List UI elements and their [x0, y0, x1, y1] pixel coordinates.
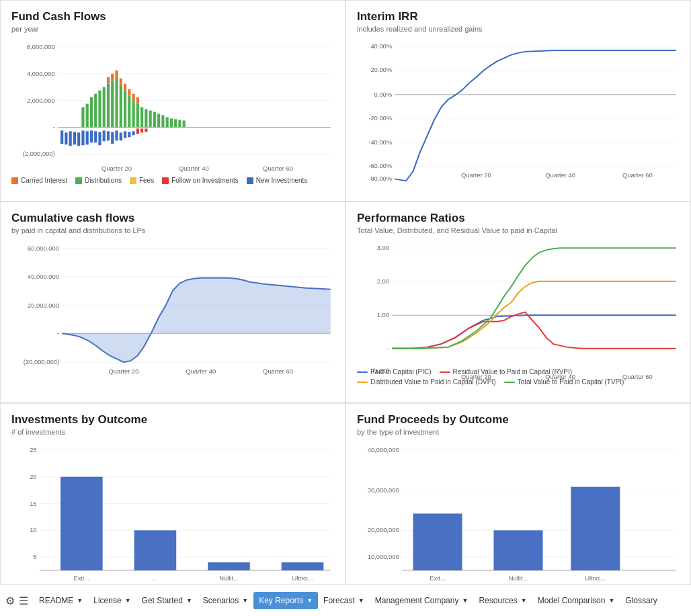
svg-rect-54 [174, 119, 177, 127]
svg-rect-47 [145, 109, 147, 128]
svg-text:(20,000,000): (20,000,000) [24, 359, 59, 365]
svg-text:-20.00%: -20.00% [368, 115, 392, 122]
svg-text:Quarter 40: Quarter 40 [186, 368, 216, 375]
legend-new-investments: New Investments [247, 177, 308, 184]
svg-text:20,000,000: 20,000,000 [368, 527, 399, 534]
cumulative-cash-flows-title: Cumulative cash flows [11, 212, 334, 225]
svg-rect-26 [111, 132, 114, 144]
svg-rect-140 [571, 487, 620, 570]
fund-proceeds-title: Fund Proceeds by Outcome [357, 413, 680, 427]
svg-rect-56 [183, 120, 186, 127]
investments-by-outcome-subtitle: # of investments [11, 428, 334, 436]
svg-rect-44 [132, 101, 134, 128]
svg-rect-60 [120, 79, 122, 85]
svg-rect-22 [94, 131, 97, 142]
svg-rect-27 [115, 130, 118, 140]
fund-proceeds-by-outcome-panel: Fund Proceeds by Outcome by the type of … [346, 403, 691, 584]
svg-rect-37 [103, 87, 106, 128]
svg-text:...: ... [153, 575, 158, 582]
svg-rect-18 [77, 132, 80, 146]
svg-text:4,000,000: 4,000,000 [27, 71, 55, 77]
svg-text:Quarter 60: Quarter 60 [622, 173, 653, 179]
svg-text:60,000,000: 60,000,000 [28, 245, 59, 252]
svg-text:-80.00%: -80.00% [368, 176, 392, 183]
fund-cash-flows-subtitle: per year [11, 25, 334, 33]
svg-text:6,000,000: 6,000,000 [27, 44, 55, 50]
svg-rect-25 [107, 131, 110, 140]
svg-text:Quarter 40: Quarter 40 [545, 173, 575, 179]
svg-text:3.00: 3.00 [377, 245, 389, 252]
fund-cash-flows-panel: Fund Cash Flows per year 6,000,000 4,000… [0, 0, 346, 202]
legend-follow-on: Follow on Investments [162, 177, 239, 184]
svg-text:Ultrici...: Ultrici... [292, 575, 313, 582]
svg-text:-40.00%: -40.00% [368, 139, 392, 146]
svg-rect-14 [60, 130, 63, 144]
svg-rect-51 [161, 115, 164, 127]
svg-rect-122 [134, 530, 177, 570]
svg-rect-58 [111, 74, 114, 81]
svg-rect-31 [132, 131, 134, 135]
svg-rect-29 [124, 131, 126, 138]
legend-rvpi: Residual Value to Paid in Capital (RVPI) [440, 368, 573, 376]
svg-rect-30 [128, 132, 130, 137]
svg-text:Quarter 60: Quarter 60 [263, 368, 293, 375]
svg-text:20.00%: 20.00% [370, 67, 392, 74]
cumulative-cash-flows-subtitle: by paid in capital and distributions to … [11, 226, 334, 234]
cumulative-cash-flows-panel: Cumulative cash flows by paid in capital… [0, 202, 346, 403]
svg-rect-45 [136, 104, 139, 128]
fund-proceeds-subtitle: by the type of investment [357, 428, 680, 436]
investments-by-outcome-title: Investments by Outcome [11, 413, 334, 427]
svg-rect-53 [170, 118, 173, 127]
fund-cash-flows-chart: 6,000,000 4,000,000 2,000,000 - (2,000,0… [11, 37, 334, 184]
cumulative-cash-flows-chart: 60,000,000 40,000,000 20,000,000 - (20,0… [11, 238, 334, 386]
svg-rect-36 [98, 91, 101, 128]
svg-text:10: 10 [30, 527, 36, 534]
svg-text:2.00: 2.00 [377, 278, 389, 285]
svg-rect-61 [124, 84, 126, 91]
interim-irr-subtitle: includes realized and unrealized gains [357, 25, 680, 33]
svg-text:20: 20 [30, 474, 36, 480]
svg-text:Ultrici...: Ultrici... [585, 575, 606, 582]
svg-rect-39 [111, 81, 114, 128]
svg-text:-: - [387, 345, 389, 352]
svg-text:-: - [53, 124, 55, 131]
svg-rect-57 [107, 77, 110, 84]
svg-text:30,000,000: 30,000,000 [368, 487, 399, 494]
svg-text:(2,000,000): (2,000,000) [23, 150, 55, 157]
svg-rect-48 [149, 111, 152, 128]
svg-rect-46 [140, 107, 143, 128]
svg-text:Quarter 40: Quarter 40 [179, 165, 209, 172]
svg-rect-41 [120, 85, 122, 128]
main-content: Fund Cash Flows per year 6,000,000 4,000… [0, 0, 691, 584]
performance-ratios-title: Performance Ratios [357, 212, 680, 225]
svg-rect-138 [413, 514, 462, 571]
svg-rect-59 [115, 71, 118, 77]
svg-rect-42 [124, 91, 126, 128]
svg-text:40.00%: 40.00% [370, 44, 392, 50]
svg-rect-66 [140, 128, 143, 132]
fund-cash-flows-title: Fund Cash Flows [11, 10, 334, 24]
svg-rect-15 [65, 132, 67, 144]
svg-rect-121 [60, 477, 103, 570]
svg-rect-139 [493, 530, 542, 570]
svg-rect-55 [178, 120, 181, 127]
legend-dvpi: Distributed Value to Paid in Capital (DV… [357, 378, 496, 386]
svg-rect-23 [98, 132, 101, 145]
svg-text:1.00: 1.00 [377, 312, 389, 318]
svg-rect-62 [128, 89, 130, 96]
svg-rect-64 [136, 97, 139, 104]
svg-text:0.00%: 0.00% [374, 91, 393, 98]
svg-text:Exit...: Exit... [74, 575, 89, 582]
svg-text:15: 15 [30, 500, 36, 507]
fund-proceeds-chart: 40,000,000 30,000,000 20,000,000 10,000,… [357, 440, 680, 584]
svg-rect-38 [107, 84, 110, 128]
svg-marker-97 [62, 278, 331, 362]
svg-rect-35 [94, 94, 97, 128]
svg-rect-17 [73, 132, 76, 144]
svg-rect-63 [132, 94, 134, 101]
svg-rect-33 [86, 104, 89, 128]
svg-rect-21 [90, 130, 93, 142]
svg-rect-34 [90, 97, 93, 128]
legend-carried-interest: Carried Interest [11, 177, 67, 184]
svg-rect-67 [145, 128, 147, 132]
